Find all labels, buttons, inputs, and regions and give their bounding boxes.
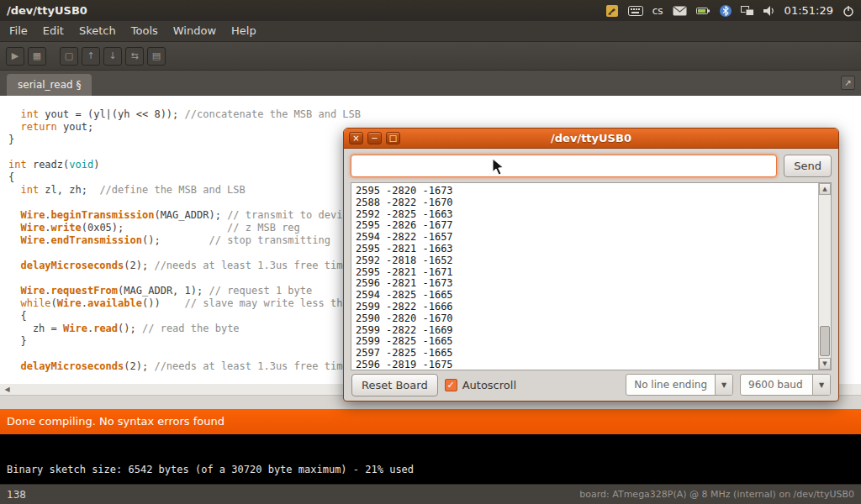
scroll-down-icon[interactable]: ▼ [819,358,831,370]
menu-edit[interactable]: Edit [35,21,71,41]
serial-output-line: 2594 -2825 -1665 [356,290,816,302]
status-message: Done compiling. No syntax errors found [7,415,224,428]
serial-monitor-title: /dev/ttyUSB0 [344,132,838,144]
active-window-title: /dev/ttyUSB0 [0,4,87,17]
serial-output-line: 2595 -2820 -1673 [356,186,816,197]
line-number: 138 [7,489,26,501]
tab-label: serial_read § [18,79,81,91]
serial-output-line: 2592 -2818 -1652 [356,255,816,267]
serial-output-line: 2592 -2825 -1663 [356,209,816,221]
menu-tools[interactable]: Tools [124,21,166,41]
line-ending-value: No line ending [626,375,715,395]
menu-sketch[interactable]: Sketch [71,21,124,41]
autoscroll-checkbox[interactable]: ✓ [445,379,457,391]
session-power-icon[interactable] [843,5,854,17]
new-sketch-button[interactable]: ▢ [60,47,78,66]
toolbar: ▶▦▢↑↓⇆▤ [0,42,861,71]
serial-output-line: 2599 -2822 -1669 [356,325,816,337]
serial-output-line: 2599 -2822 -1666 [356,302,816,313]
close-icon[interactable]: × [349,132,363,144]
serial-input[interactable] [351,155,777,177]
messages-envelope-icon[interactable] [673,6,687,16]
screen: /dev/ttyUSB0 cs 01:51:29 FileEditSketchT… [0,0,861,504]
status-bar: Done compiling. No syntax errors found [0,409,861,434]
serial-output-line: 2597 -2825 -1665 [356,348,816,360]
serial-output-area[interactable]: 2595 -2820 -16732588 -2822 -16702592 -28… [351,182,832,370]
minimize-icon[interactable]: − [367,132,382,144]
upload-button[interactable]: ⇆ [125,47,144,66]
serial-output-scrollbar[interactable]: ▲ ▼ [818,183,831,370]
serial-output-line: 2588 -2822 -1670 [356,197,816,209]
menu-bar: FileEditSketchToolsWindowHelp [0,21,861,42]
serial-monitor-controls: Reset Board ✓ Autoscroll No line ending … [344,369,838,401]
menu-help[interactable]: Help [224,21,264,41]
serial-output-line: 2594 -2822 -1657 [356,232,816,244]
keyboard-layout-indicator[interactable]: cs [652,5,663,17]
autoscroll-label: Autoscroll [462,379,516,391]
tab-bar: serial_read § ↗ [0,71,861,96]
stop-button[interactable]: ▦ [28,47,46,66]
line-ending-select[interactable]: No line ending ▼ [626,374,733,396]
console-output: Binary sketch size: 6542 bytes (of a 307… [0,434,861,484]
mouse-cursor [492,158,504,176]
serial-output: 2595 -2820 -16732588 -2822 -16702592 -28… [356,186,816,370]
serial-output-line: 2599 -2825 -1665 [356,336,816,348]
top-panel: /dev/ttyUSB0 cs 01:51:29 [0,0,861,21]
console-text: Binary sketch size: 6542 bytes (of a 307… [7,464,854,475]
serial-monitor-titlebar[interactable]: × − □ /dev/ttyUSB0 [344,129,838,149]
tab-menu-icon: ↗ [844,78,851,87]
notes-icon[interactable] [605,4,619,18]
tab-menu-button[interactable]: ↗ [841,76,855,90]
send-button[interactable]: Send [784,155,832,177]
serial-output-line: 2595 -2821 -1671 [356,267,816,279]
chevron-down-icon[interactable]: ▼ [812,375,830,395]
bluetooth-icon[interactable] [720,5,732,17]
serial-monitor-button[interactable]: ▤ [147,47,166,66]
baud-rate-select[interactable]: 9600 baud ▼ [740,374,831,396]
serial-output-line: 2596 -2821 -1673 [356,278,816,290]
board-info: board: ATmega328P(A) @ 8 MHz (internal) … [579,489,854,500]
reset-board-button[interactable]: Reset Board [351,374,438,396]
scroll-up-icon[interactable]: ▲ [819,183,831,195]
keyboard-icon[interactable] [628,6,643,16]
battery-icon[interactable] [696,7,710,15]
scrollbar-thumb[interactable] [820,326,830,356]
baud-rate-value: 9600 baud [741,375,812,395]
code-line: int yout = (yl|(yh << 8)); //concatenate… [8,108,861,121]
serial-output-line: 2595 -2821 -1663 [356,244,816,255]
tab-serial-read[interactable]: serial_read § [7,74,92,96]
network-icon[interactable] [741,6,754,16]
volume-icon[interactable] [763,6,775,16]
menu-window[interactable]: Window [166,21,224,41]
verify-button[interactable]: ▶ [6,47,24,66]
serial-monitor-window: × − □ /dev/ttyUSB0 Send 2595 -2820 -1673… [343,128,839,402]
open-button[interactable]: ↑ [82,47,100,66]
chevron-down-icon[interactable]: ▼ [715,375,732,395]
save-button[interactable]: ↓ [103,47,122,66]
serial-input-row: Send [344,149,838,177]
toolbar-buttons: ▶▦▢↑↓⇆▤ [0,47,166,66]
serial-output-line: 2590 -2820 -1670 [356,313,816,325]
clock[interactable]: 01:51:29 [784,4,833,17]
serial-output-line: 2595 -2826 -1677 [356,220,816,232]
hscroll-left-arrow-icon[interactable]: ◀ [2,385,13,395]
menu-file[interactable]: File [2,21,35,41]
footer-status-bar: 138 board: ATmega328P(A) @ 8 MHz (intern… [0,484,861,504]
maximize-icon[interactable]: □ [386,132,400,144]
